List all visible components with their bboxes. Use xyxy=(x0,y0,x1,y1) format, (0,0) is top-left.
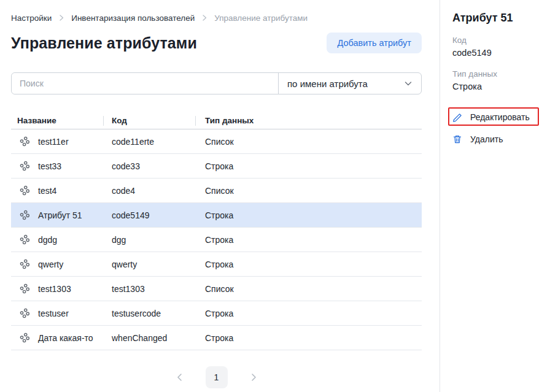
chevron-left-icon xyxy=(175,372,185,382)
detail-panel-actions: Редактировать Удалить xyxy=(452,109,544,147)
chevron-right-icon xyxy=(249,372,258,382)
attribute-nodes-icon xyxy=(20,283,30,294)
filter-select-value: по имени атрибута xyxy=(287,79,368,89)
attribute-nodes-icon xyxy=(20,332,30,343)
filter-select[interactable]: по имени атрибута xyxy=(278,73,421,94)
breadcrumb: Настройки Инвентаризация пользователей У… xyxy=(11,12,422,23)
attribute-name: Атрибут 51 xyxy=(38,210,82,220)
attribute-type: Строка xyxy=(195,259,422,269)
attribute-code: qwerty xyxy=(103,259,195,269)
attribute-name: test1303 xyxy=(38,284,71,294)
attribute-nodes-icon xyxy=(20,259,30,269)
detail-field-value: code5149 xyxy=(452,47,544,58)
attribute-type: Список xyxy=(195,137,422,147)
attribute-name: test11er xyxy=(38,137,69,147)
breadcrumb-item[interactable]: Инвентаризация пользователей xyxy=(71,13,195,23)
column-header-code: Код xyxy=(103,112,195,129)
table-body: test11er code11erte Список test33 code33… xyxy=(11,129,422,350)
main-content: Настройки Инвентаризация пользователей У… xyxy=(0,0,440,392)
add-attribute-button[interactable]: Добавить атрибут xyxy=(327,33,422,53)
attribute-name: dgdg xyxy=(38,235,57,245)
table-header-row: Название Код Тип данных xyxy=(11,112,422,129)
table-row[interactable]: Дата какая-то whenChanged Строка xyxy=(11,326,422,350)
attribute-type: Строка xyxy=(195,309,422,318)
table-row[interactable]: Атрибут 51 code5149 Строка xyxy=(11,203,422,228)
attribute-code: dgg xyxy=(103,235,195,245)
table-row[interactable]: qwerty qwerty Строка xyxy=(11,252,422,277)
table-row[interactable]: test4 code4 Список xyxy=(11,179,422,203)
attribute-nodes-icon xyxy=(20,136,30,147)
detail-field-label: Код xyxy=(452,35,544,45)
table-row[interactable]: test11er code11erte Список xyxy=(11,129,422,154)
prev-page-button[interactable] xyxy=(170,367,190,387)
pagination: 1 xyxy=(11,366,422,388)
attribute-nodes-icon xyxy=(20,234,30,245)
attribute-name: testuser xyxy=(38,309,69,318)
attribute-type: Строка xyxy=(195,235,422,245)
detail-field-label: Тип данных xyxy=(452,69,544,79)
attribute-code: code33 xyxy=(103,161,195,171)
detail-panel-fields: Код code5149 Тип данных Строка xyxy=(452,35,544,92)
breadcrumb-item[interactable]: Настройки xyxy=(11,13,52,23)
edit-attribute-label: Редактировать xyxy=(470,112,530,122)
delete-attribute-button[interactable]: Удалить xyxy=(452,131,544,147)
attribute-code: test1303 xyxy=(103,284,195,294)
chevron-right-icon xyxy=(58,14,65,21)
search-bar: по имени атрибута xyxy=(11,72,422,94)
table-row[interactable]: dgdg dgg Строка xyxy=(11,228,422,252)
breadcrumb-item: Управление атрибутами xyxy=(214,13,308,23)
column-header-name: Название xyxy=(11,112,103,129)
detail-field-value: Строка xyxy=(452,81,544,92)
attribute-name: Дата какая-то xyxy=(38,333,93,343)
current-page-button[interactable]: 1 xyxy=(206,366,228,388)
page-title: Управление атрибутами xyxy=(11,34,197,52)
attribute-type: Строка xyxy=(195,333,422,343)
attribute-code: code4 xyxy=(103,186,195,196)
search-input[interactable] xyxy=(12,73,278,94)
column-header-type: Тип данных xyxy=(195,112,422,129)
next-page-button[interactable] xyxy=(244,367,263,387)
attribute-code: code11erte xyxy=(103,137,195,147)
chevron-right-icon xyxy=(201,14,208,21)
table-row[interactable]: test33 code33 Строка xyxy=(11,154,422,179)
detail-panel: Атрибут 51 Код code5149 Тип данных Строк… xyxy=(440,0,550,392)
attribute-nodes-icon xyxy=(20,161,30,171)
trash-icon xyxy=(452,134,462,144)
attribute-nodes-icon xyxy=(20,185,30,196)
attributes-table: Название Код Тип данных test11er code11e… xyxy=(11,112,422,350)
attribute-code: whenChanged xyxy=(103,333,195,343)
attribute-name: qwerty xyxy=(38,259,63,269)
detail-panel-title: Атрибут 51 xyxy=(452,11,544,25)
attribute-nodes-icon xyxy=(20,210,30,220)
page-header: Управление атрибутами Добавить атрибут xyxy=(11,32,422,54)
attribute-type: Строка xyxy=(195,210,422,220)
attribute-type: Список xyxy=(195,284,422,294)
attribute-type: Строка xyxy=(195,161,422,171)
attribute-type: Список xyxy=(195,186,422,196)
pencil-icon xyxy=(452,112,462,122)
attribute-management-screen: Настройки Инвентаризация пользователей У… xyxy=(0,0,550,392)
attribute-code: code5149 xyxy=(103,210,195,220)
attribute-code: testusercode xyxy=(103,309,195,318)
edit-attribute-button[interactable]: Редактировать xyxy=(452,109,544,125)
attribute-name: test33 xyxy=(38,161,61,171)
delete-attribute-label: Удалить xyxy=(470,134,503,144)
attribute-nodes-icon xyxy=(20,308,30,318)
table-row[interactable]: test1303 test1303 Список xyxy=(11,277,422,301)
attribute-name: test4 xyxy=(38,186,56,196)
chevron-down-icon xyxy=(403,79,413,88)
table-row[interactable]: testuser testusercode Строка xyxy=(11,301,422,326)
